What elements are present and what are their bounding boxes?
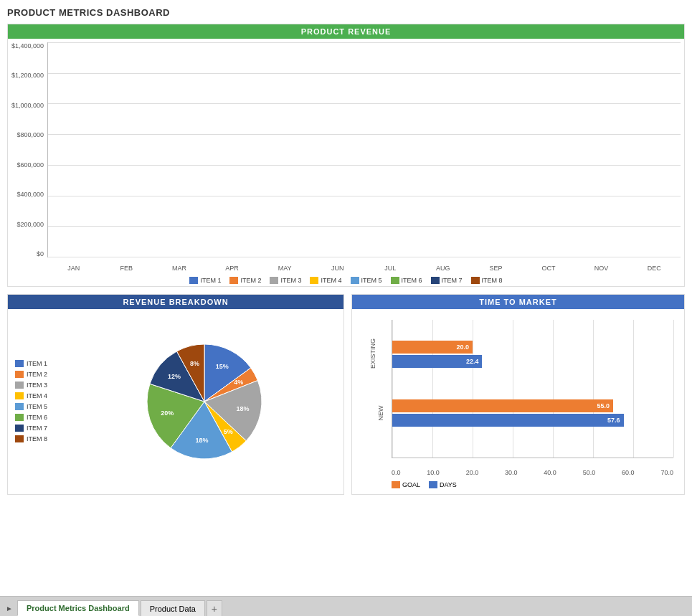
y-label-800: $800,000 [8, 131, 44, 138]
ttm-legend-days: DAYS [429, 481, 457, 488]
pie-legend-item-6: ITEM 6 [15, 414, 65, 421]
grid-lines [48, 42, 681, 257]
ttm-body: 20.0 22.4 55.0 57.6 EXISTING NEW 0.010.0… [352, 309, 684, 494]
x-label-oct: OCT [522, 265, 575, 272]
ttm-legend-goal: GOAL [392, 481, 420, 488]
y-label-600: $600,000 [8, 161, 44, 169]
pie-legend-item-1: ITEM 1 [15, 360, 65, 367]
x-label-nov: NOV [575, 265, 628, 272]
tab-bar: ► Product Metrics Dashboard Product Data… [0, 596, 692, 616]
page-title: PRODUCT METRICS DASHBOARD [7, 7, 685, 18]
svg-text:4%: 4% [234, 379, 243, 386]
x-label-feb: FEB [100, 265, 153, 272]
x-label-aug: AUG [417, 265, 470, 272]
y-label-1200: $1,200,000 [8, 72, 44, 79]
legend-item-item-8: ITEM 8 [471, 277, 503, 284]
app-container: PRODUCT METRICS DASHBOARD PRODUCT REVENU… [0, 0, 692, 616]
x-label-jan: JAN [47, 265, 100, 272]
x-label-may: MAY [258, 265, 311, 272]
pie-chart-container: REVENUE BREAKDOWN ITEM 1ITEM 2ITEM 3ITEM… [7, 294, 344, 495]
ttm-chart-header: TIME TO MARKET [352, 295, 684, 309]
legend-item-item-5: ITEM 5 [351, 277, 382, 284]
tab-product-metrics-dashboard[interactable]: Product Metrics Dashboard [17, 600, 139, 616]
tab-scroll-arrow[interactable]: ► [4, 600, 15, 616]
ttm-chart-container: TIME TO MARKET 20.0 22.4 55.0 57.6 [351, 294, 685, 495]
y-label-1000: $1,000,000 [8, 102, 44, 109]
x-labels: JANFEBMARAPRMAYJUNJULAUGSEPOCTNOVDEC [47, 265, 681, 272]
y-label-0: $0 [8, 250, 44, 257]
revenue-legend: ITEM 1ITEM 2ITEM 3ITEM 4ITEM 5ITEM 6ITEM… [8, 277, 684, 284]
svg-text:20%: 20% [161, 409, 174, 417]
x-label-sep: SEP [470, 265, 523, 272]
revenue-chart-container: PRODUCT REVENUE $1,400,000 $1,200,000 $1… [7, 24, 685, 287]
legend-item-item-6: ITEM 6 [391, 277, 422, 284]
bottom-row: REVENUE BREAKDOWN ITEM 1ITEM 2ITEM 3ITEM… [7, 294, 685, 495]
x-label-dec: DEC [627, 265, 681, 272]
x-label-jun: JUN [311, 265, 364, 272]
pie-legend-item-8: ITEM 8 [15, 435, 65, 442]
pie-svg-container: 15%4%18%5%18%20%12%8% [72, 337, 336, 466]
pie-legend-item-2: ITEM 2 [15, 371, 65, 378]
tab-add-button[interactable]: + [207, 600, 222, 616]
svg-text:18%: 18% [236, 405, 249, 412]
x-label-mar: MAR [153, 265, 206, 272]
bars-area [47, 42, 681, 257]
svg-text:5%: 5% [224, 428, 233, 435]
y-label-1400: $1,400,000 [8, 42, 44, 49]
legend-item-item-2: ITEM 2 [229, 277, 261, 284]
y-label-200: $200,000 [8, 221, 44, 228]
pie-legend: ITEM 1ITEM 2ITEM 3ITEM 4ITEM 5ITEM 6ITEM… [15, 360, 65, 444]
tab-product-data[interactable]: Product Data [141, 600, 205, 616]
y-axis: $1,400,000 $1,200,000 $1,000,000 $800,00… [8, 42, 47, 257]
svg-text:8%: 8% [190, 360, 199, 367]
x-label-jul: JUL [364, 265, 417, 272]
pie-legend-item-5: ITEM 5 [15, 403, 65, 410]
y-label-400: $400,000 [8, 191, 44, 198]
pie-body: ITEM 1ITEM 2ITEM 3ITEM 4ITEM 5ITEM 6ITEM… [8, 309, 343, 494]
legend-item-item-3: ITEM 3 [270, 277, 301, 284]
legend-item-item-4: ITEM 4 [310, 277, 341, 284]
revenue-chart-body: $1,400,000 $1,200,000 $1,000,000 $800,00… [8, 39, 684, 286]
legend-item-item-7: ITEM 7 [431, 277, 463, 284]
x-label-apr: APR [206, 265, 259, 272]
pie-chart-header: REVENUE BREAKDOWN [8, 295, 343, 309]
svg-text:15%: 15% [216, 363, 229, 370]
svg-text:12%: 12% [168, 373, 181, 380]
revenue-chart-header: PRODUCT REVENUE [8, 24, 684, 39]
pie-legend-item-7: ITEM 7 [15, 425, 65, 432]
svg-text:18%: 18% [196, 437, 209, 444]
main-content: PRODUCT METRICS DASHBOARD PRODUCT REVENU… [0, 0, 692, 596]
pie-legend-item-4: ITEM 4 [15, 392, 65, 399]
legend-item-item-1: ITEM 1 [189, 277, 221, 284]
pie-legend-item-3: ITEM 3 [15, 382, 65, 389]
